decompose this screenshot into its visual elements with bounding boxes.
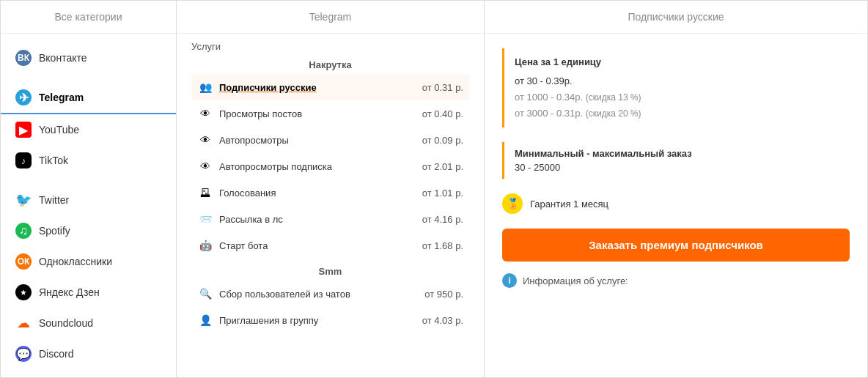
collect-users-icon: 🔍 <box>197 286 213 302</box>
info-text: Информация об услуге: <box>523 275 628 286</box>
minmax-title: Минимальный - максимальный заказ <box>515 148 839 159</box>
sidebar-item-youtube[interactable]: ▶ YouTube <box>1 114 176 145</box>
order-button[interactable]: Заказать премиум подписчиков <box>502 229 850 262</box>
section-smm-label: Smm <box>191 266 469 277</box>
sidebar-label-tiktok: TikTok <box>39 155 68 166</box>
service-price-votes: от 1.01 р. <box>422 188 463 199</box>
service-price-subscribers-ru: от 0.31 р. <box>422 82 463 93</box>
sidebar-item-vkonakte[interactable]: ВК Вконтакте <box>1 42 176 73</box>
minmax-val: 30 - 25000 <box>515 162 839 173</box>
vk-icon: ВК <box>15 50 32 66</box>
right-content: Цена за 1 единицу от 30 - 0.39р. от 1000… <box>485 34 867 303</box>
service-invite-group[interactable]: 👤 Приглашения в группу от 4.03 р. <box>191 307 469 333</box>
service-name-startbot: Старт бота <box>219 240 268 251</box>
middle-column: Telegram Услуги Накрутка 👥 Подписчики ру… <box>177 1 485 377</box>
sidebar-item-discord[interactable]: 💬 Discord <box>1 338 176 369</box>
ok-icon: ОК <box>15 253 32 270</box>
sidebar-label-spotify: Spotify <box>39 225 70 237</box>
startbot-icon: 🤖 <box>197 237 213 253</box>
middle-header: Telegram <box>177 1 484 34</box>
price-line2-discount: (скидка 13 %) <box>586 92 641 103</box>
service-price-startbot: от 1.68 р. <box>422 240 463 251</box>
service-name-invite-group: Приглашения в группу <box>219 315 318 326</box>
subscribers-icon: 👥 <box>197 79 213 95</box>
discord-icon: 💬 <box>15 346 32 362</box>
guarantee-icon: 🏅 <box>502 193 523 214</box>
sidebar-item-odnoklassniki[interactable]: ОК Одноклассники <box>1 246 176 277</box>
twitter-icon: 🐦 <box>15 192 32 208</box>
service-price-mailing: от 4.16 р. <box>422 214 463 225</box>
service-price-autopreviews: от 0.09 р. <box>422 135 463 146</box>
price-line-3: от 3000 - 0.31р. (скидка 20 %) <box>515 105 839 122</box>
sidebar-item-soundcloud[interactable]: ☁ Soundcloud <box>1 308 176 338</box>
right-column: Подписчики русские Цена за 1 единицу от … <box>485 1 867 377</box>
sidebar-item-twitter[interactable]: 🐦 Twitter <box>1 185 176 215</box>
sidebar-label-soundcloud: Soundcloud <box>39 317 93 329</box>
price-line-1: от 30 - 0.39р. <box>515 73 839 89</box>
service-subscribers-ru[interactable]: 👥 Подписчики русские от 0.31 р. <box>191 74 469 100</box>
minmax-box: Минимальный - максимальный заказ 30 - 25… <box>502 142 850 179</box>
spotify-icon: ♫ <box>15 223 32 239</box>
sidebar-label-vkonakte: Вконтакте <box>39 52 87 64</box>
price-line2-val: от 1000 - 0.34р. <box>515 92 583 103</box>
service-collect-users[interactable]: 🔍 Сбор пользователей из чатов от 950 р. <box>191 281 469 307</box>
service-price-collect-users: от 950 р. <box>424 289 463 300</box>
price-line3-val: от 3000 - 0.31р. <box>515 108 583 119</box>
soundcloud-icon: ☁ <box>15 315 32 331</box>
sidebar-item-tiktok[interactable]: ♪ TikTok <box>1 145 176 176</box>
service-mailing[interactable]: 📨 Рассылка в лс от 4.16 р. <box>191 206 469 232</box>
service-name-subscribers-ru: Подписчики русские <box>219 82 317 93</box>
sidebar-header: Все категории <box>1 1 176 34</box>
service-name-votes: Голосования <box>219 188 276 199</box>
service-autopreviews[interactable]: 👁 Автопросмотры от 0.09 р. <box>191 127 469 153</box>
service-name-autopreviews: Автопросмотры <box>219 135 289 146</box>
autopreviews-icon: 👁 <box>197 132 213 148</box>
invite-group-icon: 👤 <box>197 312 213 328</box>
service-price-autopreviews-sub: от 2.01 р. <box>422 161 463 172</box>
service-post-views[interactable]: 👁 Просмотры постов от 0.40 р. <box>191 100 469 127</box>
sidebar-label-odnoklassniki: Одноклассники <box>39 256 112 267</box>
service-votes[interactable]: 🗳 Голосования от 1.01 р. <box>191 179 469 206</box>
sidebar-label-zen: Яндекс Дзен <box>39 286 100 298</box>
post-views-icon: 👁 <box>197 105 213 122</box>
sidebar-label-telegram: Telegram <box>39 92 84 103</box>
price-line-2: от 1000 - 0.34р. (скидка 13 %) <box>515 89 839 105</box>
sidebar-item-zen[interactable]: ★ Яндекс Дзен <box>1 277 176 308</box>
guarantee-text: Гарантия 1 месяц <box>530 199 608 210</box>
service-price-post-views: от 0.40 р. <box>422 108 463 119</box>
sidebar-label-twitter: Twitter <box>39 194 69 206</box>
service-price-invite-group: от 4.03 р. <box>422 315 463 326</box>
votes-icon: 🗳 <box>197 185 213 201</box>
service-startbot[interactable]: 🤖 Старт бота от 1.68 р. <box>191 232 469 259</box>
services-section: Услуги Накрутка 👥 Подписчики русские от … <box>177 34 484 337</box>
sidebar: Все категории ВК Вконтакте ✈ Telegram ▶ … <box>1 1 177 377</box>
service-name-autopreviews-sub: Автопросмотры подписка <box>219 161 332 172</box>
sidebar-label-discord: Discord <box>39 348 73 360</box>
mailing-icon: 📨 <box>197 211 213 227</box>
services-label: Услуги <box>191 41 469 52</box>
autopreviews-sub-icon: 👁 <box>197 158 213 174</box>
service-name-post-views: Просмотры постов <box>219 108 302 119</box>
service-name-mailing: Рассылка в лс <box>219 214 283 225</box>
sidebar-label-youtube: YouTube <box>39 124 79 136</box>
section-nakrutka-label: Накрутка <box>191 59 469 70</box>
price-line3-discount: (скидка 20 %) <box>586 108 641 119</box>
price-box: Цена за 1 единицу от 30 - 0.39р. от 1000… <box>502 48 850 127</box>
sidebar-item-spotify[interactable]: ♫ Spotify <box>1 215 176 246</box>
zen-icon: ★ <box>15 284 32 300</box>
price-title: Цена за 1 единицу <box>515 54 839 70</box>
service-autopreviews-sub[interactable]: 👁 Автопросмотры подписка от 2.01 р. <box>191 153 469 179</box>
guarantee-row: 🏅 Гарантия 1 месяц <box>502 193 850 214</box>
youtube-icon: ▶ <box>15 122 32 138</box>
main-container: Все категории ВК Вконтакте ✈ Telegram ▶ … <box>0 0 868 378</box>
info-row: i Информация об услуге: <box>502 273 850 288</box>
tiktok-icon: ♪ <box>15 152 32 168</box>
telegram-icon: ✈ <box>15 89 32 105</box>
service-name-collect-users: Сбор пользователей из чатов <box>219 289 350 300</box>
info-icon: i <box>502 273 517 288</box>
right-header: Подписчики русские <box>485 1 867 34</box>
sidebar-item-telegram[interactable]: ✈ Telegram <box>1 82 176 114</box>
